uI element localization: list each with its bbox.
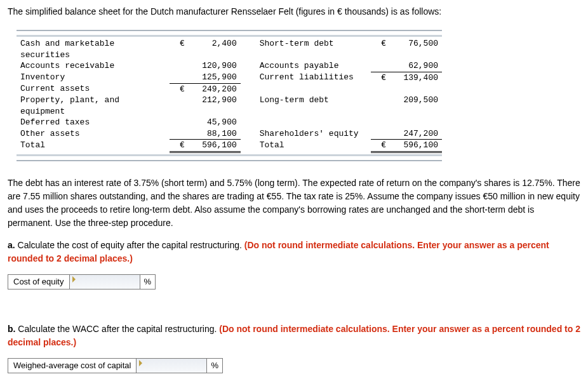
answer-a-unit: % <box>140 275 156 289</box>
question-a-prefix: a. <box>8 240 15 250</box>
balance-row: Inventory125,900Current liabilities€139,… <box>17 72 442 83</box>
balance-row: Total€596,100Total€596,100 <box>17 140 442 152</box>
column-gap <box>241 140 256 152</box>
amount-cell <box>390 83 442 95</box>
currency-symbol <box>371 117 390 128</box>
currency-symbol: € <box>371 38 390 60</box>
amount-cell: 596,100 <box>189 140 241 152</box>
balance-row: Deferred taxes45,900 <box>17 117 442 128</box>
balance-table: Cash and marketable securities€2,400Shor… <box>17 38 442 153</box>
column-gap <box>241 60 256 72</box>
balance-row: Current assets€249,200 <box>17 83 442 95</box>
amount-cell: 62,900 <box>390 60 442 72</box>
question-b-prefix: b. <box>8 324 15 334</box>
currency-symbol: € <box>170 38 189 60</box>
currency-symbol: € <box>371 72 390 83</box>
amount-cell: 249,200 <box>189 83 241 95</box>
amount-cell: 596,100 <box>390 140 442 152</box>
balance-sheet: Cash and marketable securities€2,400Shor… <box>17 30 442 161</box>
answer-b-input-wrap <box>137 359 207 373</box>
amount-cell: 88,100 <box>189 128 241 140</box>
asset-label: Accounts receivable <box>17 60 170 72</box>
answer-a-row: Cost of equity % <box>8 274 156 290</box>
liability-label: Accounts payable <box>256 60 371 72</box>
amount-cell <box>390 117 442 128</box>
currency-symbol <box>170 95 189 117</box>
question-b: b. Calculate the WACC after the capital … <box>8 323 580 349</box>
sheet-top-rule <box>17 30 442 37</box>
liability-label: Long-term debt <box>256 95 371 117</box>
column-gap <box>241 95 256 117</box>
currency-symbol <box>371 128 390 140</box>
amount-cell: 212,900 <box>189 95 241 117</box>
currency-symbol: € <box>170 140 189 152</box>
wacc-input[interactable] <box>137 359 206 373</box>
answer-b-row: Weighed-average cost of capital % <box>8 358 223 373</box>
amount-cell: 2,400 <box>189 38 241 60</box>
currency-symbol: € <box>170 83 189 95</box>
currency-symbol <box>170 60 189 72</box>
question-a: a. Calculate the cost of equity after th… <box>8 239 580 265</box>
answer-a-label: Cost of equity <box>8 275 70 289</box>
currency-symbol <box>170 128 189 140</box>
liability-label: Shareholders' equity <box>256 128 371 140</box>
asset-label: Property, plant, and equipment <box>17 95 170 117</box>
liability-label: Current liabilities <box>256 72 371 83</box>
intro-text: The simplified balance sheet for the Dut… <box>8 5 580 18</box>
currency-symbol <box>371 60 390 72</box>
asset-label: Inventory <box>17 72 170 83</box>
column-gap <box>241 117 256 128</box>
amount-cell: 125,900 <box>189 72 241 83</box>
cost-of-equity-input[interactable] <box>70 275 140 289</box>
currency-symbol: € <box>371 140 390 152</box>
assumptions-text: The debt has an interest rate of 3.75% (… <box>8 176 580 230</box>
currency-symbol <box>170 117 189 128</box>
liability-label: Short-term debt <box>256 38 371 60</box>
currency-symbol <box>371 83 390 95</box>
amount-cell: 76,500 <box>390 38 442 60</box>
column-gap <box>241 72 256 83</box>
balance-row: Property, plant, and equipment212,900Lon… <box>17 95 442 117</box>
asset-label: Other assets <box>17 128 170 140</box>
answer-b-label: Weighed-average cost of capital <box>8 359 137 373</box>
amount-cell: 120,900 <box>189 60 241 72</box>
answer-a-input-wrap <box>70 275 140 289</box>
balance-row: Accounts receivable120,900Accounts payab… <box>17 60 442 72</box>
amount-cell: 247,200 <box>390 128 442 140</box>
asset-label: Current assets <box>17 83 170 95</box>
sheet-bottom-rule <box>17 154 442 161</box>
amount-cell: 209,500 <box>390 95 442 117</box>
liability-label <box>256 117 371 128</box>
question-b-text: Calculate the WACC after the capital res… <box>15 324 219 334</box>
balance-row: Other assets88,100Shareholders' equity24… <box>17 128 442 140</box>
liability-label <box>256 83 371 95</box>
asset-label: Total <box>17 140 170 152</box>
amount-cell: 45,900 <box>189 117 241 128</box>
column-gap <box>241 128 256 140</box>
currency-symbol <box>371 95 390 117</box>
amount-cell: 139,400 <box>390 72 442 83</box>
balance-row: Cash and marketable securities€2,400Shor… <box>17 38 442 60</box>
column-gap <box>241 83 256 95</box>
question-a-text: Calculate the cost of equity after the c… <box>15 240 244 250</box>
liability-label: Total <box>256 140 371 152</box>
column-gap <box>241 38 256 60</box>
asset-label: Cash and marketable securities <box>17 38 170 60</box>
asset-label: Deferred taxes <box>17 117 170 128</box>
answer-b-unit: % <box>207 359 222 373</box>
currency-symbol <box>170 72 189 83</box>
